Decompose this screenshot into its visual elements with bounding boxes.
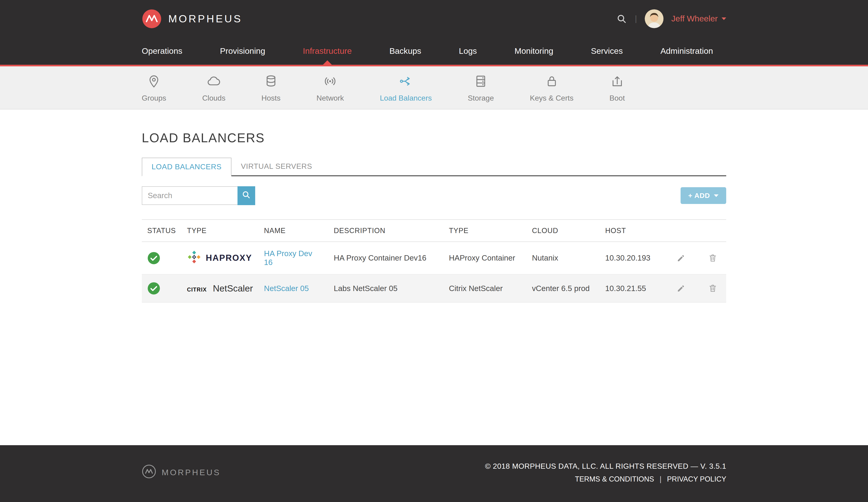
add-button-label: + ADD [688, 192, 710, 199]
subnav-item-hosts[interactable]: Hosts [261, 74, 281, 102]
avatar[interactable] [645, 9, 664, 28]
netscaler-logo-text: NetScaler [213, 283, 253, 294]
table-header-row: STATUS TYPE NAME DESCRIPTION TYPE CLOUD … [142, 219, 726, 242]
search-icon[interactable] [616, 13, 627, 24]
header-divider: | [635, 14, 637, 23]
search-input[interactable] [142, 186, 237, 205]
infrastructure-subnav: Groups Clouds Hosts Network [0, 66, 868, 110]
groups-pin-icon [147, 74, 161, 90]
cloud-icon [207, 74, 221, 90]
column-header-host: HOST [600, 219, 671, 242]
status-ok-icon [147, 282, 176, 295]
trash-icon [708, 253, 717, 263]
nav-item-operations[interactable]: Operations [142, 38, 182, 65]
brand-name: MORPHEUS [168, 13, 242, 25]
subnav-item-keys-certs[interactable]: Keys & Certs [530, 74, 574, 102]
nav-item-administration[interactable]: Administration [660, 38, 713, 65]
nav-item-monitoring[interactable]: Monitoring [515, 38, 553, 65]
footer: MORPHEUS © 2018 MORPHEUS DATA, LLC. ALL … [0, 445, 868, 502]
citrix-netscaler-logo: CITRIX NetScaler [187, 283, 253, 294]
table-row: HAPROXY HA Proxy Dev 16 HA Proxy Contain… [142, 242, 726, 274]
subnav-label: Load Balancers [380, 94, 432, 102]
page-title: LOAD BALANCERS [142, 130, 726, 145]
boot-icon [610, 74, 624, 90]
morpheus-brand[interactable]: MORPHEUS [142, 9, 242, 29]
pencil-icon [676, 284, 686, 293]
edit-button[interactable] [676, 253, 686, 263]
network-signal-icon [323, 74, 337, 90]
morpheus-logo-gray-icon [142, 464, 156, 481]
load-balancer-name-link[interactable]: NetScaler 05 [264, 284, 309, 293]
subnav-item-network[interactable]: Network [317, 74, 344, 102]
column-header-status: STATUS [142, 219, 182, 242]
column-header-type: TYPE [443, 219, 526, 242]
trash-icon [708, 284, 717, 293]
delete-button[interactable] [708, 253, 717, 263]
footer-links-divider: | [660, 475, 661, 483]
subnav-label: Keys & Certs [530, 94, 574, 102]
column-header-actions [671, 219, 726, 242]
top-header: MORPHEUS | [0, 0, 868, 38]
hosts-database-icon [264, 74, 278, 90]
cell-type: Citrix NetScaler [443, 274, 526, 303]
subnav-label: Boot [610, 94, 625, 102]
cell-description: Labs NetScaler 05 [328, 274, 443, 303]
column-header-type-logo: TYPE [182, 219, 258, 242]
subnav-label: Groups [142, 94, 166, 102]
cell-cloud: vCenter 6.5 prod [526, 274, 600, 303]
caret-down-icon [722, 18, 726, 20]
privacy-link[interactable]: PRIVACY POLICY [667, 475, 726, 483]
subnav-label: Clouds [202, 94, 225, 102]
tab-load-balancers[interactable]: LOAD BALANCERS [142, 158, 231, 176]
subnav-item-load-balancers[interactable]: Load Balancers [380, 74, 432, 102]
main-nav: Operations Provisioning Infrastructure B… [0, 38, 868, 66]
subnav-item-clouds[interactable]: Clouds [202, 74, 225, 102]
column-header-description: DESCRIPTION [328, 219, 443, 242]
delete-button[interactable] [708, 284, 717, 293]
cell-host: 10.30.20.193 [600, 242, 671, 274]
terms-link[interactable]: TERMS & CONDITIONS [575, 475, 654, 483]
tab-virtual-servers[interactable]: VIRTUAL SERVERS [231, 158, 322, 175]
cell-description: HA Proxy Container Dev16 [328, 242, 443, 274]
nav-item-logs[interactable]: Logs [459, 38, 477, 65]
footer-brand-name: MORPHEUS [162, 468, 221, 477]
nav-item-infrastructure[interactable]: Infrastructure [303, 38, 352, 65]
nav-item-backups[interactable]: Backups [389, 38, 421, 65]
edit-button[interactable] [676, 284, 686, 293]
table-row: CITRIX NetScaler NetScaler 05 Labs NetSc… [142, 274, 726, 303]
copyright-text: © 2018 MORPHEUS DATA, LLC. ALL RIGHTS RE… [485, 462, 726, 471]
pencil-icon [676, 253, 686, 263]
load-balancer-name-link[interactable]: HA Proxy Dev 16 [264, 249, 312, 267]
add-button[interactable]: + ADD [681, 187, 726, 204]
storage-icon [474, 74, 488, 90]
main-content: LOAD BALANCERS LOAD BALANCERS VIRTUAL SE… [0, 110, 868, 445]
page: MORPHEUS | [0, 0, 868, 502]
cell-type: HAProxy Container [443, 242, 526, 274]
nav-item-services[interactable]: Services [591, 38, 623, 65]
user-name: Jeff Wheeler [671, 14, 718, 23]
search-group [142, 186, 255, 205]
cell-cloud: Nutanix [526, 242, 600, 274]
search-icon [241, 190, 251, 201]
user-menu[interactable]: Jeff Wheeler [671, 14, 726, 23]
nav-item-provisioning[interactable]: Provisioning [220, 38, 265, 65]
search-button[interactable] [237, 186, 255, 205]
lock-icon [545, 74, 559, 90]
column-header-name: NAME [258, 219, 328, 242]
column-header-cloud: CLOUD [526, 219, 600, 242]
haproxy-logo: HAPROXY [187, 250, 253, 266]
haproxy-logo-icon [187, 250, 202, 266]
load-balancer-icon [399, 74, 413, 90]
toolbar: + ADD [142, 186, 726, 205]
morpheus-logo-icon [142, 9, 162, 29]
subnav-item-boot[interactable]: Boot [610, 74, 625, 102]
cell-host: 10.30.21.55 [600, 274, 671, 303]
haproxy-logo-text: HAPROXY [206, 253, 252, 263]
footer-brand: MORPHEUS [142, 464, 221, 481]
subnav-item-groups[interactable]: Groups [142, 74, 166, 102]
tabs: LOAD BALANCERS VIRTUAL SERVERS [142, 158, 726, 176]
subnav-item-storage[interactable]: Storage [468, 74, 494, 102]
caret-down-icon [714, 194, 719, 197]
citrix-logo-text: CITRIX [187, 286, 207, 293]
status-ok-icon [147, 252, 176, 265]
